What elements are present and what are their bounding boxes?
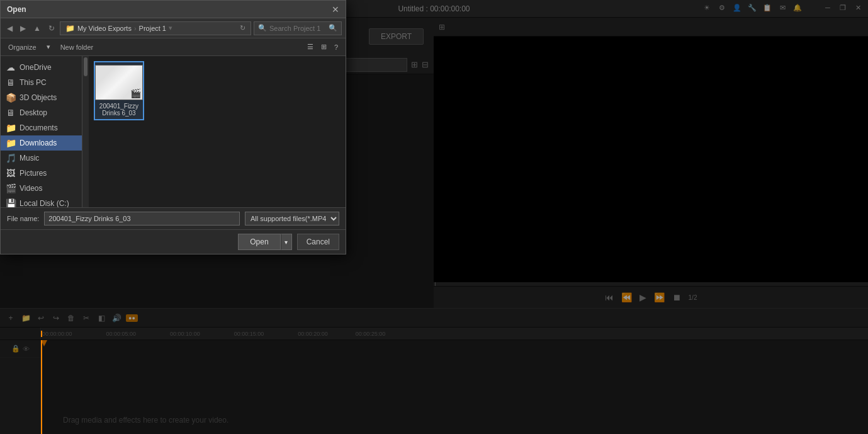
localdisk-icon: 💾 (6, 198, 16, 207)
file-label-1: 200401_FizzyDrinks 6_03 (99, 103, 138, 117)
nav-path: 📁 My Video Exports › Project 1 ▾ ↻ (60, 21, 251, 35)
music-icon: 🎵 (6, 153, 16, 163)
path-part-2[interactable]: Project 1 (139, 25, 166, 32)
path-dropdown-arrow[interactable]: ▾ (169, 24, 172, 32)
path-part-1[interactable]: My Video Exports (77, 25, 132, 32)
sidebar-item-desktop[interactable]: 🖥 Desktop (1, 105, 82, 120)
documents-icon: 📁 (6, 123, 16, 133)
sidebar-item-pictures[interactable]: 🖼 Pictures (1, 166, 82, 181)
nav-back-button[interactable]: ◀ (4, 23, 15, 34)
nav-search: 🔍 🔍 (254, 21, 342, 35)
new-folder-button[interactable]: New folder (58, 42, 96, 52)
path-refresh-icon[interactable]: ↻ (240, 24, 245, 32)
downloads-icon: 📁 (6, 138, 16, 148)
sidebar-item-localdisk[interactable]: 💾 Local Disk (C:) (1, 196, 82, 207)
help-icon[interactable]: ? (332, 42, 341, 52)
filename-row: File name: All supported files(*.MP4;*.F… (1, 207, 346, 229)
filename-input[interactable] (44, 212, 240, 226)
filename-label: File name: (7, 215, 39, 222)
search-magnifier-icon: 🔍 (258, 24, 267, 32)
filetype-select[interactable]: All supported files(*.MP4;*.FLV; All Fil… (245, 212, 339, 226)
open-button-group: Open ▾ (238, 234, 291, 250)
sidebar-item-onedrive[interactable]: ☁ OneDrive (1, 60, 82, 75)
sidebar-item-videos[interactable]: 🎬 Videos (1, 181, 82, 196)
nav-up-button[interactable]: ▲ (31, 23, 43, 34)
sidebar-item-downloads[interactable]: 📁 Downloads (1, 135, 82, 151)
pictures-icon: 🖼 (6, 168, 16, 178)
dialog-body: ☁ OneDrive 🖥 This PC 📦 3D Objects 🖥 Desk… (1, 56, 346, 207)
search-submit-icon[interactable]: 🔍 (329, 24, 337, 32)
desktop-icon: 🖥 (6, 108, 16, 118)
dialog-sidebar: ☁ OneDrive 🖥 This PC 📦 3D Objects 🖥 Desk… (1, 56, 82, 207)
organize-arrow[interactable]: ▾ (44, 42, 53, 52)
open-dialog: Open ✕ ◀ ▶ ▲ ↻ 📁 My Video Exports › Proj… (0, 0, 346, 254)
dialog-nav: ◀ ▶ ▲ ↻ 📁 My Video Exports › Project 1 ▾… (1, 18, 346, 38)
file-item-1[interactable]: 🎬 200401_FizzyDrinks 6_03 (94, 61, 144, 120)
nav-forward-button[interactable]: ▶ (18, 23, 28, 34)
files-area: 🎬 200401_FizzyDrinks 6_03 (89, 56, 346, 207)
view-list-icon[interactable]: ☰ (305, 42, 316, 52)
view-grid-icon[interactable]: ⊞ (318, 42, 329, 52)
sidebar-item-thispc[interactable]: 🖥 This PC (1, 75, 82, 90)
open-button[interactable]: Open (238, 234, 280, 250)
dialog-buttons: Open ▾ Cancel (1, 229, 346, 254)
sidebar-item-3dobjects[interactable]: 📦 3D Objects (1, 90, 82, 105)
dialog-close-button[interactable]: ✕ (332, 4, 339, 14)
onedrive-icon: ☁ (6, 62, 16, 72)
3dobjects-icon: 📦 (6, 93, 16, 103)
sidebar-scrollbar[interactable] (82, 56, 89, 207)
search-input[interactable] (269, 25, 326, 32)
organize-button[interactable]: Organize (6, 42, 39, 52)
dialog-title: Open (7, 5, 26, 14)
dialog-titlebar: Open ✕ (1, 1, 346, 18)
app-background: ≡ Untitled : 00:00:00:00 ☀ ⚙ 👤 🔧 📋 ✉ 🔔 ─… (0, 0, 868, 434)
sidebar-item-music[interactable]: 🎵 Music (1, 151, 82, 166)
sidebar-item-documents[interactable]: 📁 Documents (1, 120, 82, 135)
open-dropdown-button[interactable]: ▾ (281, 234, 292, 250)
cancel-button[interactable]: Cancel (297, 234, 339, 250)
dialog-secondary-toolbar: Organize ▾ New folder ☰ ⊞ ? (1, 38, 346, 56)
nav-refresh-button[interactable]: ↻ (46, 23, 57, 34)
videos-icon: 🎬 (6, 183, 16, 193)
file-thumbnail: 🎬 (95, 65, 143, 100)
path-separator: › (134, 25, 137, 32)
path-icon: 📁 (65, 24, 75, 33)
dialog-overlay: Open ✕ ◀ ▶ ▲ ↻ 📁 My Video Exports › Proj… (0, 0, 868, 434)
thispc-icon: 🖥 (6, 77, 16, 88)
